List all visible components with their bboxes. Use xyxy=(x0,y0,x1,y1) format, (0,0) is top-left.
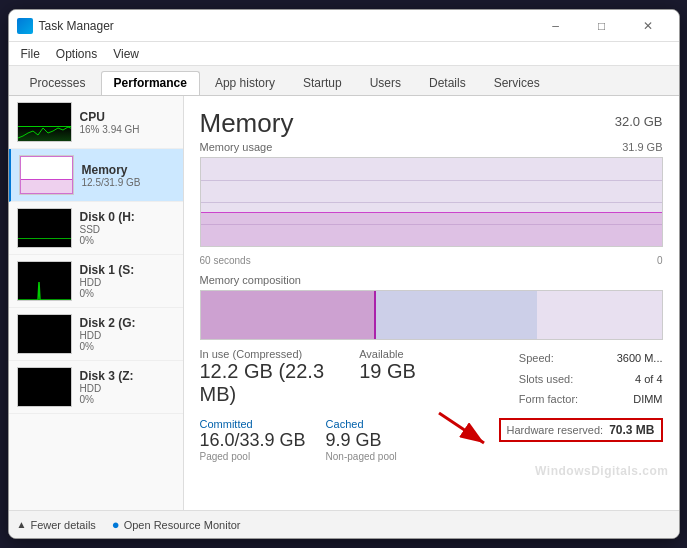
close-button[interactable]: ✕ xyxy=(625,10,671,42)
committed-stat: Committed 16.0/33.9 GB Paged pool xyxy=(200,418,306,462)
sidebar-item-disk3[interactable]: Disk 3 (Z: HDD 0% xyxy=(9,361,183,414)
monitor-icon: ● xyxy=(112,517,120,532)
memory-thumbnail xyxy=(19,155,74,195)
speed-row: Speed: 3600 M... xyxy=(519,348,663,369)
sidebar-item-memory[interactable]: Memory 12.5/31.9 GB xyxy=(9,149,183,202)
slots-row: Slots used: 4 of 4 xyxy=(519,369,663,390)
disk2-thumbnail xyxy=(17,314,72,354)
memory-usage-graph xyxy=(200,157,663,247)
sidebar-item-disk2[interactable]: Disk 2 (G: HDD 0% xyxy=(9,308,183,361)
disk0-thumbnail xyxy=(17,208,72,248)
tab-services[interactable]: Services xyxy=(481,71,553,95)
available-stat: Available 19 GB xyxy=(359,348,503,410)
app-icon xyxy=(17,18,33,34)
window-controls: – □ ✕ xyxy=(533,10,671,42)
sidebar-item-disk0[interactable]: Disk 0 (H: SSD 0% xyxy=(9,202,183,255)
detail-panel: Memory 32.0 GB Memory usage 31.9 GB 60 s… xyxy=(184,96,679,510)
hw-reserved-box: Hardware reserved: 70.3 MB xyxy=(499,418,663,442)
bottom-bar: ▲ Fewer details ● Open Resource Monitor xyxy=(9,510,679,538)
tab-app-history[interactable]: App history xyxy=(202,71,288,95)
cpu-sidebar-text: CPU 16% 3.94 GH xyxy=(80,110,140,135)
tab-startup[interactable]: Startup xyxy=(290,71,355,95)
task-manager-window: Task Manager – □ ✕ File Options View Pro… xyxy=(8,9,680,539)
menu-view[interactable]: View xyxy=(105,45,147,63)
maximize-button[interactable]: □ xyxy=(579,10,625,42)
form-factor-row: Form factor: DIMM xyxy=(519,389,663,410)
sidebar-item-cpu[interactable]: CPU 16% 3.94 GH xyxy=(9,96,183,149)
menu-bar: File Options View xyxy=(9,42,679,66)
tab-processes[interactable]: Processes xyxy=(17,71,99,95)
red-arrow-icon xyxy=(434,408,494,448)
disk0-sidebar-text: Disk 0 (H: SSD 0% xyxy=(80,210,135,246)
window-title: Task Manager xyxy=(39,19,533,33)
tab-bar: Processes Performance App history Startu… xyxy=(9,66,679,96)
detail-header: Memory 32.0 GB xyxy=(200,108,663,139)
menu-file[interactable]: File xyxy=(13,45,48,63)
chevron-up-icon: ▲ xyxy=(17,519,27,530)
disk2-sidebar-text: Disk 2 (G: HDD 0% xyxy=(80,316,136,352)
detail-title: Memory xyxy=(200,108,294,139)
stats-row: In use (Compressed) 12.2 GB (22.3 MB) Av… xyxy=(200,348,663,410)
disk1-thumbnail xyxy=(17,261,72,301)
sidebar-item-disk1[interactable]: Disk 1 (S: HDD 0% xyxy=(9,255,183,308)
minimize-button[interactable]: – xyxy=(533,10,579,42)
comp-standby xyxy=(376,291,537,339)
cached-stat: Cached 9.9 GB Non-paged pool xyxy=(326,418,397,462)
memory-usage-label: Memory usage 31.9 GB xyxy=(200,141,663,153)
cpu-thumbnail xyxy=(17,102,72,142)
fewer-details-button[interactable]: ▲ Fewer details xyxy=(17,519,96,531)
composition-label: Memory composition xyxy=(200,274,663,286)
tab-performance[interactable]: Performance xyxy=(101,71,200,95)
sidebar: CPU 16% 3.94 GH Memory 12.5/31.9 GB xyxy=(9,96,184,510)
title-bar: Task Manager – □ ✕ xyxy=(9,10,679,42)
menu-options[interactable]: Options xyxy=(48,45,105,63)
comp-free xyxy=(537,291,661,339)
main-content: CPU 16% 3.94 GH Memory 12.5/31.9 GB xyxy=(9,96,679,510)
svg-line-1 xyxy=(439,413,484,443)
in-use-stat: In use (Compressed) 12.2 GB (22.3 MB) xyxy=(200,348,344,410)
disk1-sidebar-text: Disk 1 (S: HDD 0% xyxy=(80,263,135,299)
comp-in-use xyxy=(201,291,376,339)
disk3-thumbnail xyxy=(17,367,72,407)
memory-sidebar-text: Memory 12.5/31.9 GB xyxy=(82,163,141,188)
tab-details[interactable]: Details xyxy=(416,71,479,95)
detail-total: 32.0 GB xyxy=(615,114,663,129)
open-resource-monitor-button[interactable]: ● Open Resource Monitor xyxy=(112,517,241,532)
tab-users[interactable]: Users xyxy=(357,71,414,95)
watermark: WindowsDigitals.com xyxy=(535,464,668,478)
composition-graph xyxy=(200,290,663,340)
disk3-sidebar-text: Disk 3 (Z: HDD 0% xyxy=(80,369,134,405)
graph-time-labels: 60 seconds 0 xyxy=(200,255,663,266)
